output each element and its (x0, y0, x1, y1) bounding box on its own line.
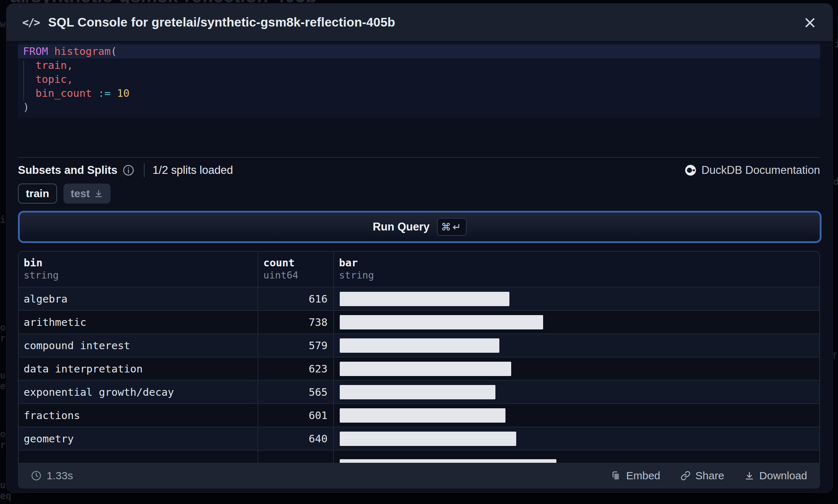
code-token: train, (36, 59, 73, 71)
table-row: exponential growth/decay565 (19, 380, 819, 403)
embed-label: Embed (626, 470, 660, 482)
share-label: Share (696, 470, 724, 482)
code-line-5: ) (18, 100, 820, 114)
results-table: bin string count uint64 bar string algeb… (18, 251, 820, 463)
download-split-icon (94, 189, 103, 198)
info-icon[interactable] (122, 164, 135, 176)
count-cell (258, 451, 333, 463)
embed-button[interactable]: Embed (611, 470, 660, 482)
histogram-bar (340, 338, 499, 353)
bin-cell: exponential growth/decay (19, 381, 258, 403)
code-token: histogram (54, 45, 110, 57)
bar-cell (333, 451, 819, 463)
column-type: string (24, 270, 258, 281)
bin-cell: arithmetic (19, 311, 258, 333)
bin-cell: algebra (19, 287, 258, 310)
count-cell: 565 (258, 381, 333, 403)
section-divider (18, 157, 820, 158)
count-cell: 601 (258, 404, 333, 427)
count-cell: 579 (258, 334, 333, 357)
histogram-bar (340, 292, 509, 306)
clock-icon (31, 470, 42, 481)
code-token: topic, (36, 73, 73, 85)
download-label: Download (759, 470, 807, 482)
close-icon[interactable]: × (803, 14, 817, 30)
duckdb-docs-link[interactable]: DuckDB Documentation (685, 164, 820, 177)
histogram-bar (340, 362, 511, 376)
table-row: data interpretation623 (19, 357, 819, 380)
code-token: bin_count (36, 87, 92, 99)
code-token (110, 87, 117, 99)
code-token: 10 (117, 87, 130, 99)
run-query-button[interactable]: Run Query ⌘↵ (18, 211, 821, 243)
footer-actions: Embed Share (611, 470, 807, 482)
split-pill-test[interactable]: test (63, 184, 110, 204)
results-footer: 1.33s Embed (18, 463, 820, 489)
column-name: bar (339, 257, 819, 269)
modal-title: SQL Console for gretelai/synthetic-gsm8k… (48, 15, 395, 29)
sql-console-modal: </> SQL Console for gretelai/synthetic-g… (6, 4, 833, 493)
table-row: algebra616 (19, 287, 819, 310)
query-elapsed-time: 1.33s (31, 470, 73, 482)
code-token: ) (23, 101, 29, 113)
dimmed-background-text: is (834, 39, 838, 49)
column-name: count (263, 257, 333, 269)
code-line-3: topic, (18, 72, 820, 86)
bar-cell (333, 311, 819, 333)
column-header-count: count uint64 (258, 252, 333, 287)
histogram-bar (340, 459, 556, 463)
download-button[interactable]: Download (744, 470, 807, 482)
code-token: := (98, 87, 111, 99)
bar-cell (333, 287, 819, 310)
keyboard-shortcut-badge: ⌘↵ (437, 218, 467, 236)
code-token (92, 87, 98, 99)
table-header-row: bin string count uint64 bar string (19, 252, 819, 287)
code-token (48, 45, 54, 57)
modal-header: </> SQL Console for gretelai/synthetic-g… (6, 4, 833, 41)
share-button[interactable]: Share (681, 470, 724, 482)
duckdb-logo-icon (685, 165, 696, 176)
bin-cell: data interpretation (19, 357, 258, 380)
count-cell: 640 (258, 427, 333, 450)
code-line-2: train, (18, 58, 820, 72)
bin-cell: compound interest (19, 334, 258, 357)
bar-cell (333, 381, 819, 403)
bin-cell: fractions (19, 404, 258, 427)
code-line-1: FROM histogram( (18, 44, 820, 58)
vertical-separator (144, 163, 145, 177)
download-icon (744, 471, 754, 481)
splits-loaded-status: 1/2 splits loaded (152, 164, 233, 177)
table-row: geometry640 (19, 427, 819, 450)
table-row: fractions601 (19, 403, 819, 427)
table-row: compound interest579 (19, 333, 819, 357)
elapsed-label: 1.33s (47, 470, 73, 482)
code-token: ( (110, 45, 117, 57)
column-type: uint64 (263, 270, 333, 281)
histogram-bar (340, 315, 543, 329)
sql-editor[interactable]: FROM histogram( train, topic, bin_count … (18, 42, 820, 118)
duckdb-docs-label: DuckDB Documentation (701, 164, 820, 177)
split-pill-test-label: test (71, 187, 90, 200)
split-pill-train-label: train (26, 187, 49, 200)
subsets-title: Subsets and Splits (18, 164, 117, 177)
count-cell: 616 (258, 287, 333, 310)
bar-cell (333, 334, 819, 357)
histogram-bar (340, 408, 505, 423)
split-pills: train test (18, 184, 821, 204)
count-cell: 738 (258, 311, 333, 333)
column-header-bar: bar string (333, 252, 819, 287)
column-type: string (339, 270, 819, 281)
bar-cell (333, 357, 819, 380)
bar-cell (333, 404, 819, 427)
bin-cell (19, 451, 258, 463)
split-pill-train[interactable]: train (18, 184, 57, 204)
modal-body: FROM histogram( train, topic, bin_count … (6, 41, 833, 489)
count-cell: 623 (258, 357, 333, 380)
code-token (23, 73, 36, 85)
code-icon: </> (22, 16, 39, 29)
histogram-bar (340, 385, 495, 399)
bar-cell (333, 427, 819, 450)
code-token (23, 59, 36, 71)
column-header-bin: bin string (19, 252, 258, 287)
subsets-row: Subsets and Splits 1/2 splits loaded Duc… (18, 163, 820, 177)
